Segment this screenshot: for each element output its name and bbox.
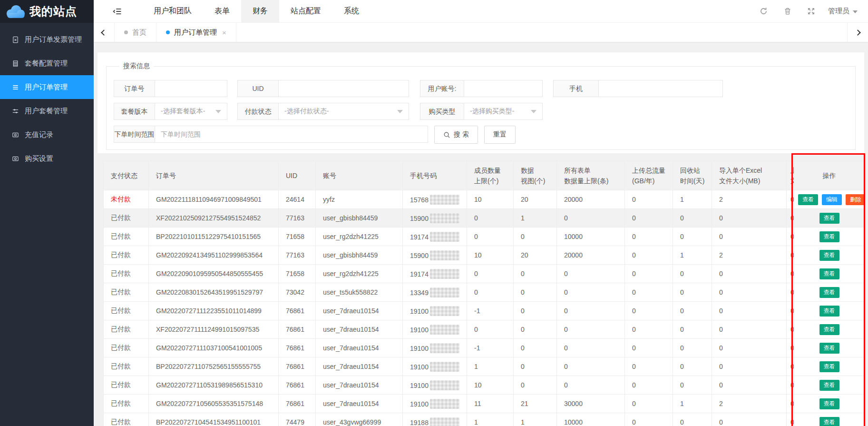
view-button[interactable]: 查看 <box>819 306 839 317</box>
phone-prefix: 19188 <box>410 419 429 426</box>
order-time-range-input[interactable] <box>155 126 428 143</box>
view-button[interactable]: 查看 <box>819 380 839 391</box>
view-button[interactable]: 查看 <box>819 324 839 335</box>
account-field: 用户账号: <box>420 80 543 97</box>
table-row: 未付款 GM20221118110946971009849501 24614 y… <box>104 190 865 209</box>
refresh-icon[interactable] <box>760 7 768 15</box>
member-limit-cell: 0 <box>467 209 514 228</box>
pay-status-label: 付款状态 <box>237 103 279 120</box>
clipped-cell: 0 <box>787 413 794 426</box>
top-nav-item[interactable]: 财务 <box>241 0 279 22</box>
uid-input[interactable] <box>279 80 409 97</box>
sidebar-item[interactable]: 套餐配置管理 <box>0 51 94 75</box>
tab-dot-icon <box>124 30 128 34</box>
payment-status: 已付款 <box>111 381 131 388</box>
fullscreen-icon[interactable] <box>808 8 815 15</box>
close-icon[interactable]: × <box>222 29 226 37</box>
sidebar-item[interactable]: 用户套餐管理 <box>0 99 94 123</box>
account-cell: user_rg2dzh41225 <box>316 228 403 246</box>
collapse-menu-icon[interactable] <box>113 7 121 16</box>
view-button[interactable]: 查看 <box>819 343 839 354</box>
clipped-cell: 0 <box>787 339 794 357</box>
table-row: 已付款 GM20220727110531989856515310 76861 u… <box>104 376 865 395</box>
upload-traffic-cell: 0 <box>625 246 673 265</box>
member-limit-cell: -1 <box>467 339 514 357</box>
view-button[interactable]: 查看 <box>819 268 839 279</box>
phone-prefix: 15900 <box>410 252 429 259</box>
sidebar-item[interactable]: 充值记录 <box>0 123 94 147</box>
phone-input[interactable] <box>599 80 723 97</box>
row-actions-cell: 查看 <box>794 413 865 426</box>
column-header: 订单号 <box>149 161 279 190</box>
search-fieldset: 搜索信息 订单号 UID 用户账号: <box>106 62 856 150</box>
row-actions-cell: 查看编辑删除 <box>794 190 865 209</box>
view-button[interactable]: 查看 <box>819 213 839 224</box>
upload-traffic-cell: 0 <box>625 209 673 228</box>
top-nav-item[interactable]: 表单 <box>203 0 241 22</box>
sidebar-item[interactable]: 用户订单管理 <box>0 75 94 99</box>
uid-cell: 77163 <box>279 246 316 265</box>
purchase-type-select[interactable]: -选择购买类型- <box>464 103 543 120</box>
order-no-cell: GM20220924134951102999853564 <box>149 246 279 265</box>
phone-redaction-blur <box>430 269 459 279</box>
view-button[interactable]: 查看 <box>798 194 818 205</box>
recycle-days-cell: 0 <box>673 265 712 283</box>
phone-prefix: 19100 <box>410 345 429 352</box>
uid-field: UID <box>237 80 409 97</box>
main-area: 用户和团队表单财务站点配置系统 <box>94 0 868 426</box>
top-nav-item[interactable]: 系统 <box>332 0 371 22</box>
sidebar-item[interactable]: 用户订单发票管理 <box>0 28 94 51</box>
phone-cell: 19100 <box>403 395 467 413</box>
view-button[interactable]: 查看 <box>819 287 839 298</box>
tab-user-order-management[interactable]: 用户订单管理 × <box>156 23 236 42</box>
form-data-limit-cell: 0 <box>557 357 625 376</box>
search-button[interactable]: 搜 索 <box>434 126 478 144</box>
order-no-input[interactable] <box>155 80 227 97</box>
purchase-type-label: 购买类型 <box>420 103 464 120</box>
uid-label: UID <box>237 80 279 97</box>
account-label: 用户账号: <box>420 80 464 97</box>
admin-user-menu[interactable]: 管理员 <box>828 7 858 16</box>
delete-button[interactable]: 删除 <box>846 194 865 205</box>
view-button[interactable]: 查看 <box>819 398 839 409</box>
row-actions-cell: 查看 <box>794 246 865 265</box>
search-button-label: 搜 索 <box>454 130 469 139</box>
account-input[interactable] <box>464 80 543 97</box>
search-row-2: 套餐版本 -选择套餐版本- 付款状态 -选择付款状态- <box>114 103 855 120</box>
account-cell: user_ts5uk558822 <box>316 283 403 302</box>
package-version-select[interactable]: -选择套餐版本- <box>155 103 227 120</box>
view-button[interactable]: 查看 <box>819 250 839 261</box>
data-views-cell: 21 <box>514 395 557 413</box>
view-button[interactable]: 查看 <box>819 231 839 242</box>
topbar: 用户和团队表单财务站点配置系统 <box>94 0 868 23</box>
tab-home[interactable]: 首页 <box>115 23 156 42</box>
form-data-limit-cell: 10000 <box>557 413 625 426</box>
order-list-icon <box>11 84 19 91</box>
tabs-scroll-right-icon[interactable] <box>847 23 868 42</box>
member-limit-cell: 10 <box>467 190 514 209</box>
tabs-scroll-left-icon[interactable] <box>94 23 115 42</box>
view-button[interactable]: 查看 <box>819 361 839 372</box>
view-button[interactable]: 查看 <box>819 417 839 426</box>
data-views-cell: 1 <box>514 413 557 426</box>
member-limit-cell: 0 <box>467 283 514 302</box>
upload-traffic-cell: 0 <box>625 413 673 426</box>
top-nav-item[interactable]: 站点配置 <box>279 0 332 22</box>
reset-button[interactable]: 重置 <box>484 126 516 144</box>
table-row: 已付款 GM20220727105605535351575148 76861 u… <box>104 395 865 413</box>
top-nav-item[interactable]: 用户和团队 <box>142 0 203 22</box>
payment-status: 已付款 <box>111 307 131 314</box>
app-root: 我的站点 用户订单发票管理套餐配置管理用户订单管理用户套餐管理充值记录购买设置 … <box>0 0 868 426</box>
clipped-cell: 0 <box>787 395 794 413</box>
phone-redaction-blur <box>430 325 459 335</box>
search-row-1: 订单号 UID 用户账号: 手机 <box>114 80 855 97</box>
trash-icon[interactable] <box>784 7 791 15</box>
payment-status: 已付款 <box>111 251 131 258</box>
phone-cell: 19100 <box>403 376 467 395</box>
edit-button[interactable]: 编辑 <box>822 194 842 205</box>
data-views-cell: 20 <box>514 246 557 265</box>
pay-status-select[interactable]: -选择付款状态- <box>279 103 409 120</box>
column-header: 支付状态 <box>104 161 149 190</box>
sidebar-item[interactable]: 购买设置 <box>0 147 94 170</box>
form-data-limit-cell: 0 <box>557 376 625 395</box>
